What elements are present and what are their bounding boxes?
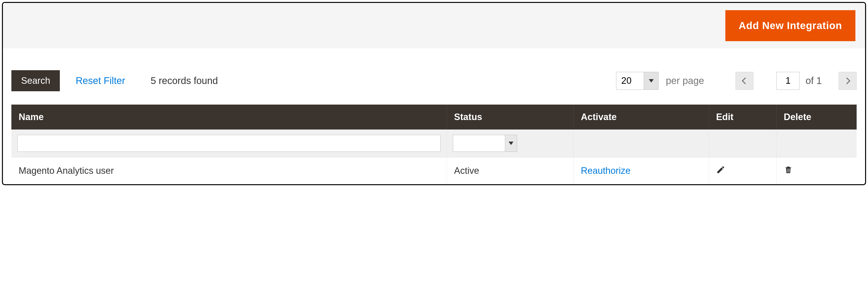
per-page-label: per page: [666, 75, 704, 86]
pager-group: of 1: [736, 72, 857, 90]
chevron-right-icon: [843, 77, 850, 84]
current-page-input[interactable]: [776, 72, 800, 90]
reauthorize-link[interactable]: Reauthorize: [581, 166, 630, 176]
column-header-name[interactable]: Name: [11, 105, 446, 130]
filter-status-dropdown-button[interactable]: [505, 135, 517, 152]
toolbar: Search Reset Filter 5 records found per …: [3, 70, 865, 91]
column-header-delete: Delete: [776, 105, 857, 130]
prev-page-button[interactable]: [736, 72, 753, 90]
records-found-label: 5 records found: [151, 75, 218, 86]
column-header-status[interactable]: Status: [446, 105, 574, 130]
next-page-button[interactable]: [839, 72, 857, 90]
add-new-integration-button[interactable]: Add New Integration: [725, 10, 856, 41]
search-button[interactable]: Search: [11, 70, 60, 91]
chevron-down-icon: [508, 142, 514, 145]
chevron-down-icon: [649, 79, 654, 82]
header-bar: Add New Integration: [3, 3, 865, 48]
cell-status: Active: [446, 157, 574, 184]
page-size-input[interactable]: [616, 72, 644, 90]
page-size-dropdown[interactable]: [644, 72, 658, 90]
filter-row: [11, 130, 857, 157]
total-pages-label: of 1: [806, 75, 822, 86]
table-row[interactable]: Magento Analytics user Active Reauthoriz…: [11, 157, 857, 184]
column-header-activate: Activate: [574, 105, 709, 130]
per-page-group: per page: [616, 72, 726, 90]
filter-name-input[interactable]: [18, 135, 440, 152]
filter-status-select[interactable]: [453, 135, 505, 152]
edit-icon[interactable]: [716, 165, 725, 176]
delete-icon[interactable]: [784, 165, 793, 176]
column-header-edit: Edit: [709, 105, 776, 130]
chevron-left-icon: [742, 77, 749, 84]
reset-filter-link[interactable]: Reset Filter: [75, 75, 125, 86]
cell-name: Magento Analytics user: [11, 157, 446, 184]
integrations-table: Name Status Activate Edit Delete: [11, 105, 857, 184]
